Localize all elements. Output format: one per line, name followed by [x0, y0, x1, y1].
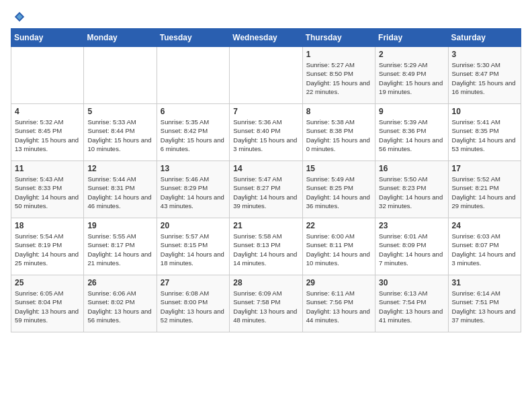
- calendar-cell: 23 Sunrise: 6:01 AM Sunset: 8:09 PM Dayl…: [375, 218, 448, 275]
- calendar-cell: 9 Sunrise: 5:39 AM Sunset: 8:36 PM Dayli…: [375, 104, 448, 161]
- calendar-table: SundayMondayTuesdayWednesdayThursdayFrid…: [11, 28, 521, 332]
- day-number: 29: [306, 278, 371, 287]
- day-number: 31: [452, 278, 517, 287]
- day-info: Sunrise: 5:39 AM Sunset: 8:36 PM Dayligh…: [379, 118, 444, 153]
- day-info: Sunrise: 5:54 AM Sunset: 8:19 PM Dayligh…: [15, 232, 80, 267]
- day-info: Sunrise: 5:49 AM Sunset: 8:25 PM Dayligh…: [306, 175, 371, 210]
- calendar-cell: 30 Sunrise: 6:13 AM Sunset: 7:54 PM Dayl…: [375, 275, 448, 332]
- calendar-cell: 25 Sunrise: 6:05 AM Sunset: 8:04 PM Dayl…: [11, 275, 84, 332]
- day-info: Sunrise: 5:44 AM Sunset: 8:31 PM Dayligh…: [87, 175, 152, 210]
- day-number: 19: [87, 221, 152, 230]
- day-info: Sunrise: 6:13 AM Sunset: 7:54 PM Dayligh…: [379, 289, 444, 324]
- calendar-cell: 17 Sunrise: 5:52 AM Sunset: 8:21 PM Dayl…: [448, 161, 521, 218]
- calendar-cell: 11 Sunrise: 5:43 AM Sunset: 8:33 PM Dayl…: [11, 161, 84, 218]
- day-info: Sunrise: 5:32 AM Sunset: 8:45 PM Dayligh…: [15, 118, 80, 153]
- calendar-cell: [230, 47, 302, 104]
- calendar-cell: 2 Sunrise: 5:29 AM Sunset: 8:49 PM Dayli…: [375, 47, 448, 104]
- day-info: Sunrise: 5:50 AM Sunset: 8:23 PM Dayligh…: [379, 175, 444, 210]
- day-number: 12: [87, 164, 152, 173]
- day-number: 16: [379, 164, 444, 173]
- calendar-cell: 14 Sunrise: 5:47 AM Sunset: 8:27 PM Dayl…: [230, 161, 302, 218]
- day-number: 13: [161, 164, 226, 173]
- day-header-thursday: Thursday: [302, 29, 375, 47]
- day-info: Sunrise: 6:06 AM Sunset: 8:02 PM Dayligh…: [87, 289, 152, 324]
- calendar-cell: 19 Sunrise: 5:55 AM Sunset: 8:17 PM Dayl…: [84, 218, 157, 275]
- calendar-cell: [157, 47, 229, 104]
- day-number: 25: [15, 278, 80, 287]
- day-info: Sunrise: 5:30 AM Sunset: 8:47 PM Dayligh…: [452, 60, 517, 96]
- day-info: Sunrise: 6:05 AM Sunset: 8:04 PM Dayligh…: [15, 289, 80, 324]
- day-number: 15: [306, 164, 371, 173]
- day-info: Sunrise: 5:46 AM Sunset: 8:29 PM Dayligh…: [161, 175, 226, 210]
- day-number: 23: [379, 221, 444, 230]
- day-info: Sunrise: 5:52 AM Sunset: 8:21 PM Dayligh…: [452, 175, 517, 210]
- day-info: Sunrise: 6:09 AM Sunset: 7:58 PM Dayligh…: [233, 289, 298, 324]
- calendar-cell: 1 Sunrise: 5:27 AM Sunset: 8:50 PM Dayli…: [302, 47, 375, 104]
- calendar-cell: 8 Sunrise: 5:38 AM Sunset: 8:38 PM Dayli…: [302, 104, 375, 161]
- calendar-cell: 22 Sunrise: 6:00 AM Sunset: 8:11 PM Dayl…: [302, 218, 375, 275]
- day-number: 5: [87, 107, 152, 116]
- calendar-cell: 13 Sunrise: 5:46 AM Sunset: 8:29 PM Dayl…: [157, 161, 229, 218]
- day-number: 7: [233, 107, 298, 116]
- day-info: Sunrise: 5:57 AM Sunset: 8:15 PM Dayligh…: [161, 232, 226, 267]
- day-number: 8: [306, 107, 371, 116]
- day-info: Sunrise: 5:43 AM Sunset: 8:33 PM Dayligh…: [15, 175, 80, 210]
- logo-icon: [13, 11, 26, 23]
- calendar-cell: 18 Sunrise: 5:54 AM Sunset: 8:19 PM Dayl…: [11, 218, 84, 275]
- calendar-cell: 29 Sunrise: 6:11 AM Sunset: 7:56 PM Dayl…: [302, 275, 375, 332]
- calendar-cell: 24 Sunrise: 6:03 AM Sunset: 8:07 PM Dayl…: [448, 218, 521, 275]
- day-header-monday: Monday: [84, 29, 157, 47]
- day-info: Sunrise: 5:36 AM Sunset: 8:40 PM Dayligh…: [233, 118, 298, 153]
- day-info: Sunrise: 5:33 AM Sunset: 8:44 PM Dayligh…: [87, 118, 152, 153]
- page-header: [11, 11, 521, 23]
- calendar-cell: 20 Sunrise: 5:57 AM Sunset: 8:15 PM Dayl…: [157, 218, 229, 275]
- day-info: Sunrise: 5:41 AM Sunset: 8:35 PM Dayligh…: [452, 118, 517, 153]
- day-info: Sunrise: 5:35 AM Sunset: 8:42 PM Dayligh…: [161, 118, 226, 153]
- day-number: 3: [452, 50, 517, 59]
- day-info: Sunrise: 5:58 AM Sunset: 8:13 PM Dayligh…: [233, 232, 298, 267]
- day-number: 4: [15, 107, 80, 116]
- day-number: 2: [379, 50, 444, 59]
- day-info: Sunrise: 6:11 AM Sunset: 7:56 PM Dayligh…: [306, 289, 371, 324]
- logo: [11, 11, 26, 23]
- day-number: 22: [306, 221, 371, 230]
- day-info: Sunrise: 5:27 AM Sunset: 8:50 PM Dayligh…: [306, 60, 371, 96]
- day-number: 27: [161, 278, 226, 287]
- day-header-wednesday: Wednesday: [230, 29, 302, 47]
- day-info: Sunrise: 5:47 AM Sunset: 8:27 PM Dayligh…: [233, 175, 298, 210]
- calendar-cell: 5 Sunrise: 5:33 AM Sunset: 8:44 PM Dayli…: [84, 104, 157, 161]
- calendar-cell: 27 Sunrise: 6:08 AM Sunset: 8:00 PM Dayl…: [157, 275, 229, 332]
- day-number: 17: [452, 164, 517, 173]
- day-number: 9: [379, 107, 444, 116]
- day-info: Sunrise: 6:01 AM Sunset: 8:09 PM Dayligh…: [379, 232, 444, 267]
- day-header-friday: Friday: [375, 29, 448, 47]
- calendar-cell: 10 Sunrise: 5:41 AM Sunset: 8:35 PM Dayl…: [448, 104, 521, 161]
- day-header-saturday: Saturday: [448, 29, 521, 47]
- day-info: Sunrise: 6:14 AM Sunset: 7:51 PM Dayligh…: [452, 289, 517, 324]
- calendar-cell: [84, 47, 157, 104]
- day-number: 28: [233, 278, 298, 287]
- day-number: 30: [379, 278, 444, 287]
- day-info: Sunrise: 5:55 AM Sunset: 8:17 PM Dayligh…: [87, 232, 152, 267]
- calendar-cell: 7 Sunrise: 5:36 AM Sunset: 8:40 PM Dayli…: [230, 104, 302, 161]
- calendar-cell: 28 Sunrise: 6:09 AM Sunset: 7:58 PM Dayl…: [230, 275, 302, 332]
- day-header-tuesday: Tuesday: [157, 29, 229, 47]
- calendar-cell: 12 Sunrise: 5:44 AM Sunset: 8:31 PM Dayl…: [84, 161, 157, 218]
- day-number: 26: [87, 278, 152, 287]
- day-number: 18: [15, 221, 80, 230]
- day-number: 10: [452, 107, 517, 116]
- day-info: Sunrise: 5:29 AM Sunset: 8:49 PM Dayligh…: [379, 60, 444, 96]
- day-info: Sunrise: 6:03 AM Sunset: 8:07 PM Dayligh…: [452, 232, 517, 267]
- day-number: 1: [306, 50, 371, 59]
- day-header-sunday: Sunday: [11, 29, 84, 47]
- day-info: Sunrise: 6:08 AM Sunset: 8:00 PM Dayligh…: [161, 289, 226, 324]
- day-number: 20: [161, 221, 226, 230]
- calendar-cell: 26 Sunrise: 6:06 AM Sunset: 8:02 PM Dayl…: [84, 275, 157, 332]
- calendar-cell: 6 Sunrise: 5:35 AM Sunset: 8:42 PM Dayli…: [157, 104, 229, 161]
- calendar-cell: 21 Sunrise: 5:58 AM Sunset: 8:13 PM Dayl…: [230, 218, 302, 275]
- day-number: 6: [161, 107, 226, 116]
- day-number: 11: [15, 164, 80, 173]
- calendar-cell: 3 Sunrise: 5:30 AM Sunset: 8:47 PM Dayli…: [448, 47, 521, 104]
- calendar-cell: [11, 47, 84, 104]
- day-info: Sunrise: 6:00 AM Sunset: 8:11 PM Dayligh…: [306, 232, 371, 267]
